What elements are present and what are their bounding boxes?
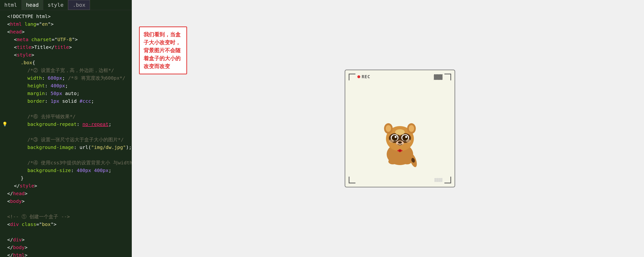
- code-line-22: }: [0, 174, 132, 182]
- line-icon-15: 💡: [2, 120, 7, 128]
- code-line-25: <body>: [0, 197, 132, 205]
- tab-head-label: head: [26, 2, 39, 8]
- svg-point-8: [395, 129, 405, 135]
- code-line-21: background-size: 400px 400px;: [0, 166, 132, 174]
- code-line-28: <div class="box">: [0, 220, 132, 228]
- tab-style[interactable]: style: [43, 0, 68, 10]
- bulb-icon: 💡: [2, 120, 8, 128]
- rec-label: REC: [362, 74, 370, 79]
- code-line-31: </body>: [0, 243, 132, 251]
- editor-panel: html head style .box <!DOCTYPE html> <ht…: [0, 0, 132, 257]
- code-line-7: .box{: [0, 59, 132, 66]
- code-line-27: <!-- ① 创建一个盒子 -->: [0, 213, 132, 220]
- battery-icon: ▓▓▓: [434, 74, 442, 80]
- code-line-24: </head>: [0, 190, 132, 197]
- code-line-30: </div>: [0, 236, 132, 243]
- annotation-text: 我们看到，当盒子大小改变时，背景图片不会随着盒子的大小的改变而改变: [144, 32, 180, 69]
- code-line-2: <html lang="en">: [0, 20, 132, 28]
- svg-point-16: [398, 141, 402, 144]
- code-line-5: <title>Title</title>: [0, 43, 132, 51]
- code-line-4: <meta charset="UTF-8">: [0, 36, 132, 43]
- tab-box-label: .box: [72, 2, 85, 8]
- corner-top-left: [349, 74, 356, 80]
- code-line-1: <!DOCTYPE html>: [0, 13, 132, 20]
- svg-point-22: [403, 159, 412, 164]
- code-line-29: [0, 228, 132, 236]
- code-line-6: <style>: [0, 51, 132, 59]
- code-line-8: /*② 设置盒子宽，高，外边距，边框*/: [0, 66, 132, 74]
- tab-style-label: style: [48, 2, 64, 8]
- code-line-17: /*③ 设置一张尺寸远大于盒子大小的图片*/: [0, 136, 132, 143]
- svg-point-3: [386, 125, 391, 132]
- code-line-12: border: 1px solid #ccc;: [0, 97, 132, 105]
- watermark: ▓▓▓▓: [434, 178, 442, 182]
- raccoon-illustration: [376, 110, 424, 167]
- code-line-19: [0, 151, 132, 159]
- code-line-11: margin: 50px auto;: [0, 90, 132, 97]
- tab-box[interactable]: .box: [68, 0, 90, 10]
- code-line-16: [0, 128, 132, 136]
- code-line-32: </html>: [0, 251, 132, 257]
- svg-point-18: [399, 150, 401, 152]
- code-area: <!DOCTYPE html> <html lang="en"> <head> …: [0, 10, 132, 257]
- code-line-14: /*⑥ 去掉平铺效果*/: [0, 113, 132, 120]
- corner-bottom-left: [349, 177, 356, 183]
- code-line-23: </style>: [0, 182, 132, 190]
- raccoon-svg: [376, 110, 424, 167]
- code-line-13: [0, 105, 132, 113]
- svg-point-23: [389, 139, 394, 143]
- tab-html[interactable]: html: [0, 0, 22, 10]
- code-line-18: background-image: url("img/dw.jpg");: [0, 143, 132, 151]
- tab-html-label: html: [4, 2, 17, 8]
- tab-head[interactable]: head: [22, 0, 43, 10]
- preview-panel: 我们看到，当盒子大小改变时，背景图片不会随着盒子的大小的改变而改变 REC ▓▓…: [132, 0, 644, 257]
- camera-frame: REC ▓▓▓: [344, 70, 455, 187]
- svg-point-5: [409, 125, 414, 132]
- code-line-3: <head>: [0, 28, 132, 36]
- rec-indicator: REC: [357, 74, 370, 79]
- corner-bottom-right: [444, 177, 451, 183]
- code-line-26: [0, 205, 132, 213]
- code-line-9: width: 600px; /*⑤ 将宽度改为600px*/: [0, 74, 132, 82]
- corner-top-right: [444, 74, 451, 80]
- code-line-10: height: 400px;: [0, 82, 132, 90]
- code-line-20: /*④ 使用css3中提供的设置背景大小 与width, height一致*/: [0, 159, 132, 166]
- svg-point-14: [405, 136, 407, 138]
- annotation-box: 我们看到，当盒子大小改变时，背景图片不会随着盒子的大小的改变而改变: [139, 27, 187, 74]
- rec-dot: [357, 75, 360, 78]
- svg-point-24: [406, 139, 411, 143]
- code-line-15: 💡 background-repeat: no-repeat;: [0, 120, 132, 128]
- tab-bar: html head style .box: [0, 0, 132, 10]
- svg-point-13: [394, 136, 396, 138]
- svg-point-21: [388, 159, 397, 164]
